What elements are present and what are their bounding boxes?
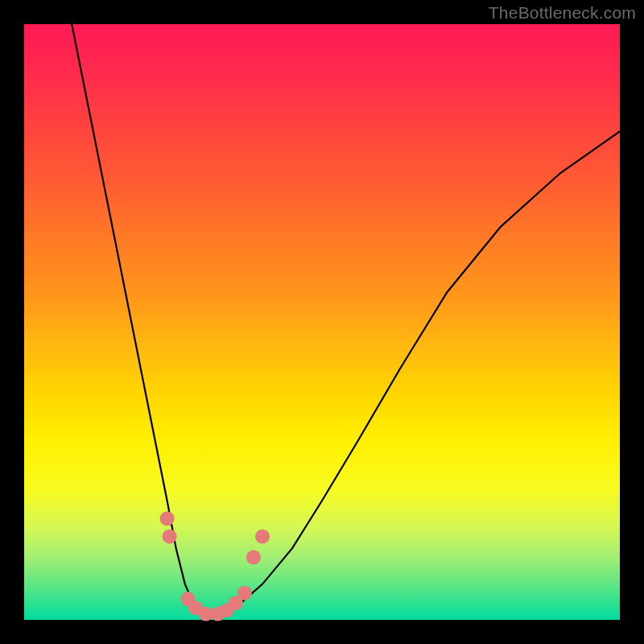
chart-frame: TheBottleneck.com: [0, 0, 644, 644]
data-marker: [246, 550, 261, 564]
data-marker: [163, 529, 177, 543]
data-marker: [255, 529, 270, 543]
plot-area: [24, 24, 620, 620]
marker-group: [160, 511, 270, 621]
curve-right: [208, 131, 620, 615]
data-marker: [160, 511, 175, 526]
curve-left: [72, 24, 208, 615]
chart-svg: [24, 24, 620, 620]
watermark-text: TheBottleneck.com: [489, 3, 636, 23]
data-marker: [237, 586, 252, 601]
